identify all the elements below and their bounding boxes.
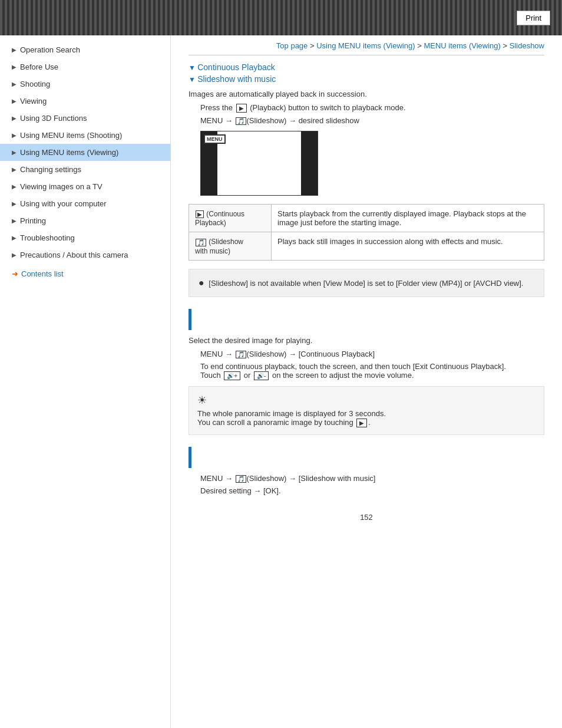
arrow-icon: ▶ xyxy=(12,252,16,258)
page-container: ▶ Operation Search ▶ Before Use ▶ Shooti… xyxy=(0,35,562,728)
contents-list-link[interactable]: ➜ Contents list xyxy=(0,263,170,284)
arrow-icon: ▶ xyxy=(12,98,16,104)
hint-icon: ☀ xyxy=(197,394,535,407)
slideshow-icon-2: 🎵 xyxy=(236,351,246,358)
arrow-icon: ▶ xyxy=(12,200,16,207)
playback-button-icon: ▶ xyxy=(236,104,247,113)
sidebar-item-precautions[interactable]: ▶ Precautions / About this camera xyxy=(0,246,170,263)
volume-down-icon: 🔊- xyxy=(254,371,269,380)
breadcrumb-using-menu[interactable]: Using MENU items (Viewing) xyxy=(316,41,415,50)
table-desc-1: Starts playback from the currently displ… xyxy=(272,205,544,232)
instruction1: Press the ▶ (Playback) button to switch … xyxy=(200,103,544,113)
slideshow-with-music-icon: 🎵 xyxy=(196,239,206,246)
continuous-step2: MENU → 🎵(Slideshow) → [Continuous Playba… xyxy=(200,350,544,358)
print-button[interactable]: Print xyxy=(517,11,550,25)
sidebar: ▶ Operation Search ▶ Before Use ▶ Shooti… xyxy=(0,35,171,728)
instruction2: MENU → 🎵(Slideshow) → desired slideshow xyxy=(200,116,544,125)
sidebar-item-before-use[interactable]: ▶ Before Use xyxy=(0,58,170,75)
slideshow-icon-3: 🎵 xyxy=(236,475,246,483)
sidebar-item-3d-functions[interactable]: ▶ Using 3D Functions xyxy=(0,110,170,127)
table-row: 🎵 (Slideshowwith music) Plays back still… xyxy=(189,232,544,260)
arrow-icon: ▶ xyxy=(12,47,16,53)
arrow-icon: ▶ xyxy=(12,81,16,87)
arrow-icon: ▶ xyxy=(12,132,16,139)
continuous-step3: To end continuous playback, touch the sc… xyxy=(200,362,544,380)
sidebar-item-shooting[interactable]: ▶ Shooting xyxy=(0,75,170,93)
sidebar-item-changing-settings[interactable]: ▶ Changing settings xyxy=(0,161,170,178)
breadcrumb: Top page > Using MENU items (Viewing) > … xyxy=(189,41,544,55)
sidebar-item-viewing[interactable]: ▶ Viewing xyxy=(0,93,170,110)
sidebar-item-operation-search[interactable]: ▶ Operation Search xyxy=(0,41,170,58)
intro-text: Images are automatically played back in … xyxy=(189,90,544,98)
table-icon-label-2: 🎵 (Slideshowwith music) xyxy=(195,238,243,255)
table-desc-2: Plays back still images in succession al… xyxy=(272,232,544,260)
arrow-icon: ▶ xyxy=(12,64,16,70)
page-number: 152 xyxy=(189,513,544,522)
breadcrumb-sep1: > xyxy=(310,41,316,50)
sidebar-item-viewing-tv[interactable]: ▶ Viewing images on a TV xyxy=(0,178,170,195)
continuous-playback-section-heading xyxy=(189,309,544,330)
breadcrumb-menu-items[interactable]: MENU items (Viewing) xyxy=(424,41,501,50)
sidebar-item-troubleshooting[interactable]: ▶ Troubleshooting xyxy=(0,229,170,246)
continuous-playback-link[interactable]: Continuous Playback xyxy=(189,62,544,72)
music-step2: Desired setting → [OK]. xyxy=(200,486,544,495)
arrow-icon: ▶ xyxy=(12,218,16,224)
screenshot-image: MENU xyxy=(200,131,318,196)
music-step1: MENU → 🎵(Slideshow) → [Slideshow with mu… xyxy=(200,474,544,483)
breadcrumb-current: Slideshow xyxy=(510,41,544,50)
arrow-right-icon: ➜ xyxy=(12,269,18,278)
menu-tag: MENU xyxy=(204,134,226,144)
note-text: [Slideshow] is not available when [View … xyxy=(209,279,523,288)
table-icon-cell-2: 🎵 (Slideshowwith music) xyxy=(189,232,272,260)
section-links: Continuous Playback Slideshow with music xyxy=(189,62,544,84)
arrow-icon: ▶ xyxy=(12,149,16,156)
scroll-icon: ▶ xyxy=(356,419,367,427)
blue-bar-icon-2 xyxy=(189,447,191,468)
header: Print xyxy=(0,0,562,35)
breadcrumb-top-page[interactable]: Top page xyxy=(276,41,308,50)
table-icon-label-1: ▶ (ContinuousPlayback) xyxy=(195,210,244,227)
hint-box: ☀ The whole panoramic image is displayed… xyxy=(189,386,544,435)
volume-up-icon: 🔊+ xyxy=(224,371,240,380)
slideshow-icon: 🎵 xyxy=(236,117,246,125)
breadcrumb-sep2: > xyxy=(417,41,424,50)
breadcrumb-sep3: > xyxy=(503,41,510,50)
continuous-playback-icon: ▶ xyxy=(196,210,204,218)
main-content: Top page > Using MENU items (Viewing) > … xyxy=(171,35,562,728)
continuous-step1: Select the desired image for playing. xyxy=(189,336,544,345)
sidebar-item-menu-viewing[interactable]: ▶ Using MENU items (Viewing) xyxy=(0,144,170,161)
hint-line1: The whole panoramic image is displayed f… xyxy=(197,409,535,418)
table-row: ▶ (ContinuousPlayback) Starts playback f… xyxy=(189,205,544,232)
arrow-icon: ▶ xyxy=(12,115,16,121)
slideshow-music-link[interactable]: Slideshow with music xyxy=(189,74,544,84)
note-box: ● [Slideshow] is not available when [Vie… xyxy=(189,269,544,297)
arrow-icon: ▶ xyxy=(12,183,16,190)
screenshot-right-panel xyxy=(301,131,318,195)
sidebar-item-computer[interactable]: ▶ Using with your computer xyxy=(0,195,170,212)
sidebar-item-menu-shooting[interactable]: ▶ Using MENU items (Shooting) xyxy=(0,127,170,144)
blue-bar-icon xyxy=(189,309,191,330)
arrow-icon: ▶ xyxy=(12,166,16,173)
arrow-icon: ▶ xyxy=(12,235,16,241)
slideshow-music-section-heading xyxy=(189,447,544,468)
sidebar-item-printing[interactable]: ▶ Printing xyxy=(0,212,170,229)
bullet-icon: ● xyxy=(199,278,204,288)
table-icon-cell-1: ▶ (ContinuousPlayback) xyxy=(189,205,272,232)
hint-line2: You can scroll a panoramic image by touc… xyxy=(197,418,535,427)
info-table: ▶ (ContinuousPlayback) Starts playback f… xyxy=(189,204,544,261)
